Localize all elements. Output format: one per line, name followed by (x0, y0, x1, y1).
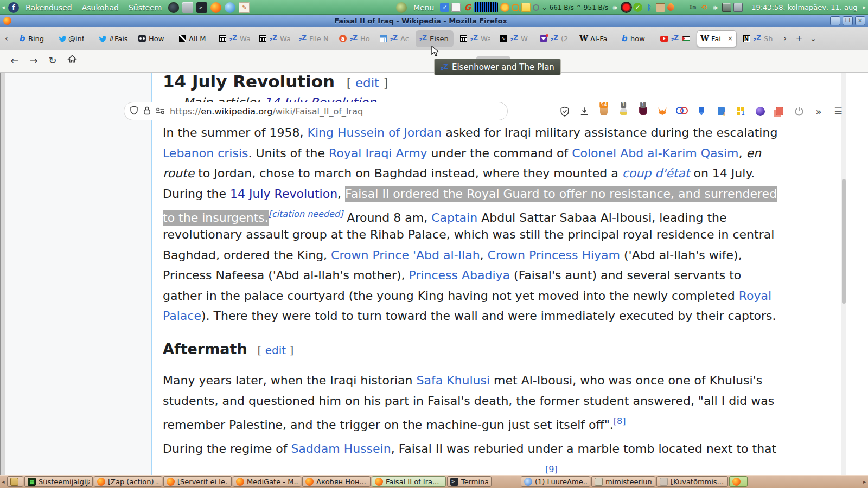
tracking-shield-icon[interactable] (130, 105, 138, 117)
tab-wa[interactable]: zZWa (456, 30, 494, 47)
gatv-icon[interactable]: G (463, 3, 472, 12)
sun-icon[interactable] (500, 3, 509, 12)
app-menu-button[interactable]: ☰ (832, 105, 844, 117)
url-text[interactable]: https://en.wikipedia.org/wiki/Faisal_II_… (170, 106, 363, 117)
panel-clock[interactable]: 19:43:58, kolmapäev, 11. aug (751, 3, 857, 11)
tab-how[interactable]: How (135, 30, 173, 47)
tab-bing[interactable]: bBing (14, 30, 52, 47)
copy-tabs-extension-icon[interactable] (774, 105, 786, 117)
scroll-tabs-left-button[interactable]: ‹ (0, 34, 13, 43)
taskbar-window--serverit-ei-le-[interactable]: [Serverit ei le... (163, 476, 232, 487)
panel-collapse-left-icon[interactable]: ◂ (0, 4, 7, 11)
taskbar-window-medigate-m-[interactable]: MediGate - M... (233, 476, 301, 487)
battery-icon[interactable] (733, 3, 743, 12)
terminal-icon[interactable]: >_ (196, 2, 207, 13)
reload-button[interactable]: ↻ (44, 53, 61, 69)
home-button[interactable] (64, 53, 80, 69)
camera-icon[interactable] (168, 2, 179, 13)
tab--2[interactable]: zZ(2 (536, 30, 574, 47)
tab-close-button[interactable]: × (727, 35, 733, 42)
wave-icon[interactable] (474, 2, 498, 12)
metamask-icon[interactable] (656, 105, 668, 117)
new-tab-button[interactable]: + (792, 34, 806, 43)
clipboard-icon[interactable] (656, 3, 665, 12)
tab-item-16[interactable]: zZ (656, 30, 694, 47)
speaker-icon[interactable]: 🕪 (610, 3, 620, 12)
taskbar-window--zap-action-[interactable]: [Zap (action) ... (94, 476, 162, 487)
tab--inf[interactable]: @inf (54, 30, 92, 47)
filebox-icon[interactable] (182, 2, 193, 13)
bluetooth-icon[interactable]: ᛒ (644, 3, 654, 12)
noteyellow-icon[interactable] (521, 3, 531, 12)
taskbar-window--[interactable]: Акобян Нон... (302, 476, 371, 487)
rewards-extension-icon[interactable] (695, 105, 707, 117)
adblocker-icon[interactable]: 54 (598, 105, 610, 117)
display-icon[interactable] (722, 3, 731, 12)
menu-system[interactable]: Süsteem (124, 3, 167, 12)
container-extension-icon[interactable] (754, 105, 766, 117)
keypad-icon[interactable] (676, 3, 686, 12)
clockdoc-icon[interactable] (451, 3, 461, 12)
taskbar-collapse-right-icon[interactable]: ▸ (863, 479, 866, 485)
pocket-shield-icon[interactable] (559, 105, 571, 117)
forward-button[interactable]: → (25, 53, 42, 69)
distro-logo-icon[interactable]: f (8, 2, 19, 13)
magorange-icon[interactable] (512, 4, 519, 11)
wappalyzer-icon[interactable]: 1 (637, 105, 649, 117)
checkgreen-icon[interactable]: ✓ (633, 3, 642, 12)
link-extension-icon[interactable] (676, 105, 688, 117)
notes-icon[interactable]: ✎ (239, 2, 250, 13)
tab-wa[interactable]: zZWa (255, 30, 293, 47)
back-button[interactable]: ← (7, 53, 23, 69)
window-titlebar[interactable]: Faisal II of Iraq - Wikipedia - Mozilla … (0, 15, 868, 27)
tab-sh[interactable]: NzZSh (739, 30, 777, 47)
tab-how[interactable]: bhow (616, 30, 654, 47)
taskbar-window--1-luureame-[interactable]: (1) LuureAme... (521, 476, 590, 487)
tab-eisen[interactable]: zZEisen (416, 30, 454, 47)
tab--fais[interactable]: #Fais (94, 30, 132, 47)
magsmall-icon[interactable] (533, 4, 539, 11)
grid-download-extension-icon[interactable] (735, 105, 746, 117)
tab-wa[interactable]: zZWa (215, 30, 253, 47)
refresh-icon[interactable]: ⟲ (699, 3, 709, 12)
tab-fai[interactable]: WFai× (697, 30, 737, 47)
taskbar-window-terminal[interactable]: >_Terminal (447, 476, 492, 487)
close-button[interactable]: × (855, 16, 865, 25)
imtext-icon[interactable]: Im (688, 3, 697, 12)
tab-file-n[interactable]: zZFile N (295, 30, 333, 47)
tab-ho[interactable]: azZHo (335, 30, 373, 47)
scroll-tabs-right-button[interactable]: › (778, 34, 792, 43)
panel-collapse-right-icon[interactable]: ▸ (863, 4, 866, 11)
checkblue-icon[interactable]: ✓ (440, 3, 449, 12)
taskbar-window-mimisteerium[interactable]: mimisteerium (591, 476, 655, 487)
taskbar-window-firefox[interactable] (729, 476, 748, 487)
flame-icon[interactable] (666, 2, 675, 12)
speaker-icon[interactable]: 🕪 (711, 3, 720, 12)
permissions-icon[interactable] (156, 106, 165, 117)
tab-all-m[interactable]: All M (175, 30, 213, 47)
taskbar-window-folder[interactable] (7, 476, 23, 487)
menu-applications[interactable]: Rakendused (21, 3, 77, 12)
taskbar-window-faisal-ii-of-ira-[interactable]: Faisal II of Ira... (372, 476, 446, 487)
list-all-tabs-button[interactable]: ⌄ (806, 34, 820, 43)
menu-applet-icon[interactable] (396, 2, 407, 13)
water-icon[interactable] (225, 2, 235, 13)
menu-places[interactable]: Asukohad (77, 3, 124, 12)
downloads-icon[interactable] (578, 105, 590, 117)
menu-applet-label[interactable]: Menu (409, 3, 439, 12)
maximize-button[interactable]: ❐ (843, 16, 853, 25)
firefox-icon[interactable] (210, 2, 221, 13)
minimize-button[interactable]: – (830, 16, 840, 25)
notes-extension-icon[interactable]: 1 (617, 105, 629, 117)
taskbar-collapse-left-icon[interactable]: ◂ (0, 479, 7, 485)
tab-al-fa[interactable]: WAl-Fa (576, 30, 614, 47)
overflow-menu-button[interactable]: » (813, 105, 825, 117)
padlock-icon[interactable] (143, 106, 151, 117)
taskbar-window-s-steemij-lgija[interactable]: ▦Süsteemijälgija (24, 476, 93, 487)
page-scrollbar-thumb[interactable] (842, 179, 846, 304)
taskbar-window--kuvat-mmis-[interactable]: [Kuvatõmmis... (656, 476, 728, 487)
record-icon[interactable] (622, 3, 631, 12)
file-download-extension-icon[interactable] (715, 105, 727, 117)
url-bar[interactable]: https://en.wikipedia.org/wiki/Faisal_II_… (124, 102, 508, 120)
power-extension-icon[interactable] (793, 105, 805, 117)
